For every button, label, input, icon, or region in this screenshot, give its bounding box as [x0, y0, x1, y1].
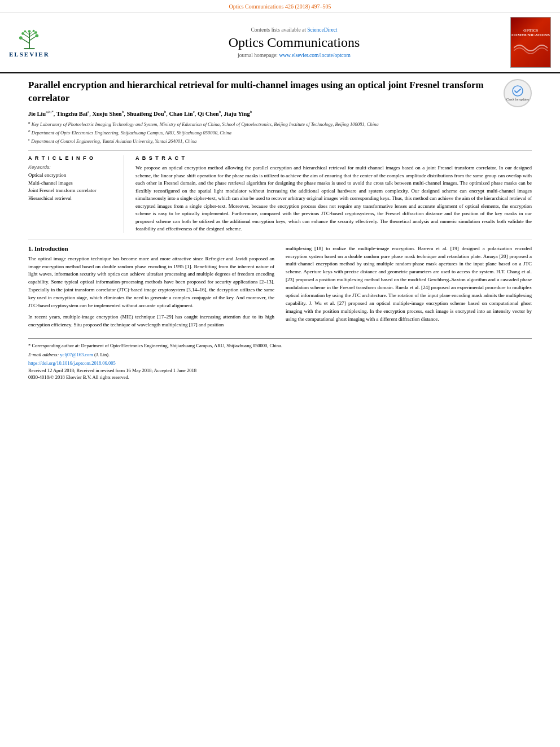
- email-note: E-mail address: yclj07@163.com (J. Lin).: [28, 351, 532, 359]
- top-bar: Optics Communications 426 (2018) 497–505: [0, 0, 560, 12]
- journal-issue-link[interactable]: Optics Communications 426 (2018) 497–505: [229, 3, 331, 10]
- article-info-abstract-section: A R T I C L E I N F O Keywords: Optical …: [28, 155, 532, 233]
- author-tingzhu-bai: Tingzhu Bai: [56, 110, 88, 116]
- authors-line: Jie Liua,b,*, Tingzhu Baia, Xueju Shenb,…: [28, 110, 498, 117]
- science-direct-link[interactable]: ScienceDirect: [307, 27, 337, 33]
- check-updates-label: Check for updates: [506, 98, 529, 101]
- keyword-3: Joint Fresnel transform correlator: [28, 187, 116, 194]
- author-sup-4: b: [164, 110, 167, 114]
- author-sup-6: b: [219, 110, 221, 114]
- author-sup-1: a,b,*: [46, 110, 54, 114]
- journal-title-area: Contents lists available at ScienceDirec…: [88, 17, 500, 68]
- elsevier-branding: ELSEVIER: [9, 17, 88, 68]
- elsevier-tree-icon: [12, 27, 46, 50]
- keywords-label: Keywords:: [28, 164, 116, 170]
- email-author: (J. Lin).: [93, 352, 110, 357]
- svg-point-12: [33, 30, 35, 32]
- main-content: Parallel encryption and hierarchical ret…: [0, 73, 560, 386]
- keyword-1: Optical encryption: [28, 172, 116, 179]
- author-shuaifeng-dou: Shuaifeng Dou: [126, 110, 164, 116]
- contents-available-line: Contents lists available at ScienceDirec…: [251, 27, 337, 33]
- copyright-line: 0030-4018/© 2018 Elsevier B.V. All right…: [28, 374, 532, 380]
- section-divider: [28, 239, 532, 239]
- author-jie-liu: Jie Liu: [28, 110, 46, 116]
- abstract-text: We propose an optical encryption method …: [135, 164, 532, 233]
- abstract-label: A B S T R A C T: [135, 155, 532, 161]
- author-sup-7: b: [250, 110, 252, 114]
- intro-para-2: In recent years, multiple-image encrypti…: [28, 313, 274, 329]
- article-title-left: Parallel encryption and hierarchical ret…: [28, 79, 498, 145]
- affiliations: a Key Laboratory of Photoelectric Imagin…: [28, 120, 498, 145]
- email-link[interactable]: yclj07@163.com: [60, 352, 93, 357]
- journal-header: ELSEVIER Contents lists available at Sci…: [0, 12, 560, 73]
- keywords-list: Optical encryption Multi-channel images …: [28, 172, 116, 202]
- body-left-column: 1. Introduction The optical image encryp…: [28, 245, 274, 333]
- corresponding-author-note: * Corresponding author at: Department of…: [28, 342, 532, 350]
- article-info-label: A R T I C L E I N F O: [28, 155, 116, 161]
- body-section: 1. Introduction The optical image encryp…: [28, 245, 532, 333]
- keyword-2: Multi-channel images: [28, 180, 116, 187]
- check-updates-icon: [512, 85, 523, 97]
- cover-wave-icon: [514, 40, 548, 56]
- svg-point-13: [28, 30, 30, 33]
- svg-point-11: [24, 30, 26, 33]
- svg-point-9: [21, 32, 24, 35]
- email-label: E-mail address:: [28, 352, 60, 357]
- aff-sup-a: a: [28, 120, 30, 125]
- intro-para-1: The optical image encryption technique h…: [28, 255, 274, 311]
- check-updates-area: Check for updates: [498, 79, 532, 145]
- journal-title: Optics Communications: [229, 35, 360, 50]
- aff-sup-c: c: [28, 137, 30, 142]
- article-title-section: Parallel encryption and hierarchical ret…: [28, 79, 532, 151]
- author-jiaju-ying: Jiaju Ying: [224, 110, 250, 116]
- abstract-column: A B S T R A C T We propose an optical en…: [135, 155, 532, 233]
- author-chao-lin: Chao Lin: [169, 110, 193, 116]
- author-sup-2: a: [88, 110, 89, 114]
- homepage-link[interactable]: www.elsevier.com/locate/optcom: [279, 53, 351, 58]
- intro-para-right-1: multiplexing [18] to realize the multipl…: [286, 245, 532, 324]
- journal-cover-image: OPTICS COMMUNICATIONS: [510, 17, 551, 68]
- svg-point-10: [34, 31, 37, 34]
- footnote-section: * Corresponding author at: Department of…: [28, 338, 532, 380]
- elsevier-logo: ELSEVIER: [9, 27, 50, 58]
- elsevier-wordmark: ELSEVIER: [9, 51, 50, 58]
- author-xueju-shen: Xueju Shen: [92, 110, 121, 116]
- article-info-column: A R T I C L E I N F O Keywords: Optical …: [28, 155, 124, 233]
- check-updates-badge: Check for updates: [504, 79, 532, 107]
- article-title: Parallel encryption and hierarchical ret…: [28, 79, 498, 105]
- homepage-line: journal homepage: www.elsevier.com/locat…: [238, 53, 351, 58]
- received-line: Received 12 April 2018; Received in revi…: [28, 368, 532, 373]
- svg-point-8: [35, 34, 38, 37]
- author-qi-chen: Qi Chen: [198, 110, 219, 116]
- aff-sup-b: b: [28, 129, 30, 133]
- svg-point-7: [19, 36, 23, 40]
- keyword-4: Hierarchical retrieval: [28, 195, 116, 202]
- cover-title: OPTICS COMMUNICATIONS: [511, 28, 550, 38]
- author-sup-3: b: [122, 110, 124, 114]
- doi-link[interactable]: https://doi.org/10.1016/j.optcom.2018.06…: [28, 360, 116, 366]
- doi-line: https://doi.org/10.1016/j.optcom.2018.06…: [28, 360, 532, 366]
- intro-heading: 1. Introduction: [28, 245, 274, 252]
- journal-cover-area: OPTICS COMMUNICATIONS: [500, 17, 551, 68]
- author-sup-5: c: [193, 110, 195, 114]
- body-right-column: multiplexing [18] to realize the multipl…: [286, 245, 532, 333]
